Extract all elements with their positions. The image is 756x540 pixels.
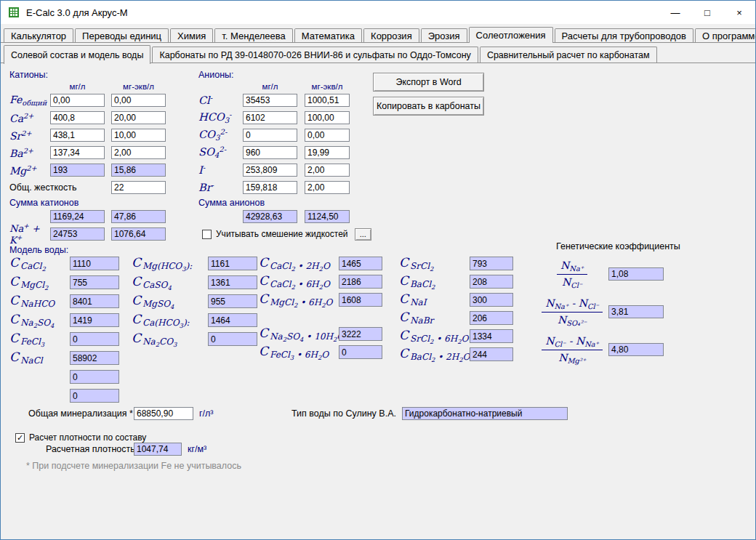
- anion-formula: I-: [198, 164, 243, 176]
- anion-formula: Cl-: [198, 94, 243, 106]
- model-value-input[interactable]: 755: [70, 275, 119, 289]
- model-value-input[interactable]: 793: [470, 257, 513, 270]
- model-value-input[interactable]: 2186: [339, 275, 382, 289]
- anion-mg-input[interactable]: 159,818: [243, 181, 297, 194]
- close-button[interactable]: ×: [723, 1, 755, 24]
- model-value-input[interactable]: 0: [339, 345, 382, 359]
- compound-formula: NaI: [410, 297, 426, 307]
- genetic-value-field[interactable]: 4,80: [608, 343, 664, 356]
- model-value-input[interactable]: 0: [70, 370, 119, 384]
- sub-tab[interactable]: Сравнительный расчет по карбонатам: [480, 47, 657, 63]
- main-tab[interactable]: Расчеты для трубопроводов: [555, 28, 693, 42]
- model-value-input[interactable]: 1161: [208, 257, 257, 270]
- cations-sum-mg-field[interactable]: 1169,24: [50, 210, 105, 223]
- main-tab[interactable]: т. Менделеева: [214, 28, 293, 42]
- genetic-value-field[interactable]: 1,08: [608, 267, 664, 281]
- model-value-input[interactable]: 1464: [208, 313, 257, 327]
- anion-mgeq-input[interactable]: 0,00: [305, 129, 350, 142]
- anion-mg-input[interactable]: 960: [243, 146, 297, 159]
- model-value-input[interactable]: 955: [208, 294, 257, 308]
- model-value-input[interactable]: 58902: [70, 351, 119, 365]
- sub-tab[interactable]: Солевой состав и модель воды: [4, 45, 150, 64]
- genetic-value-field[interactable]: 3,81: [608, 305, 664, 318]
- cation-mgeq-input[interactable]: 20,00: [111, 111, 166, 124]
- model-row: C SrCl2 • 6H2O 1334: [399, 329, 513, 343]
- mix-liquids-browse-button[interactable]: ...: [355, 228, 371, 241]
- cation-mgeq-input[interactable]: 10,00: [111, 129, 166, 142]
- anion-mg-input[interactable]: 0: [243, 129, 297, 142]
- sub-tab[interactable]: Карбонаты по РД 39-0148070-026 ВНИИ-86 и…: [152, 47, 478, 63]
- model-value-input[interactable]: 208: [470, 275, 513, 289]
- main-tab[interactable]: Эрозия: [421, 28, 467, 42]
- compound-formula: NaBr: [410, 315, 433, 326]
- model-value-input[interactable]: 206: [470, 311, 513, 325]
- anion-mg-input[interactable]: 35453: [243, 94, 297, 107]
- cation-mg-input[interactable]: 137,34: [50, 146, 105, 159]
- hardness-input[interactable]: 22: [111, 181, 166, 194]
- copy-to-carbonates-button[interactable]: Копировать в карбонаты: [373, 97, 484, 116]
- anion-mg-input[interactable]: 6102: [243, 111, 297, 124]
- model-compound-label: C CaCl2 • 6H2O: [259, 275, 339, 291]
- sodium-potassium-mgeq-field[interactable]: 1076,64: [111, 227, 166, 241]
- model-value-input[interactable]: 1465: [339, 257, 382, 270]
- main-tab[interactable]: Переводы единиц: [75, 28, 169, 42]
- model-column-1: C CaCl2 1110 C MgCl2 755 C NaHCO 8401: [9, 257, 119, 408]
- cation-mg-input[interactable]: 193: [50, 164, 105, 177]
- model-value-input[interactable]: 1419: [70, 313, 119, 327]
- model-compound-label: C FeCl3 • 6H2O: [259, 345, 339, 361]
- cation-mg-input[interactable]: 438,1: [50, 129, 105, 142]
- model-value-input[interactable]: 1110: [70, 257, 119, 270]
- anion-mg-input[interactable]: 253,809: [243, 164, 297, 177]
- model-value-input[interactable]: 3222: [339, 327, 382, 341]
- concentration-symbol: C: [399, 311, 409, 323]
- concentration-symbol: C: [259, 275, 268, 287]
- anion-mgeq-input[interactable]: 1000,51: [305, 94, 350, 107]
- model-value-input[interactable]: 244: [470, 347, 513, 361]
- cations-sum-mgeq-field[interactable]: 47,86: [111, 210, 166, 223]
- cation-mg-input[interactable]: 0,00: [50, 94, 105, 107]
- model-value-input[interactable]: 1334: [470, 329, 513, 343]
- anions-sum-mgeq-field[interactable]: 1124,50: [305, 210, 350, 223]
- cations-section: Катионы: мг/л мг-экв/л Feобщий 0,00 0,00…: [9, 70, 193, 244]
- main-tab[interactable]: Химия: [170, 28, 213, 42]
- anion-mgeq-input[interactable]: 19,99: [305, 146, 350, 159]
- compound-formula: FeCl3: [20, 337, 44, 348]
- anions-sum-mg-field[interactable]: 42928,63: [243, 210, 297, 223]
- density-checkbox[interactable]: ✓: [15, 433, 25, 443]
- cation-mgeq-input[interactable]: 2,00: [111, 146, 166, 159]
- density-label: Расчетная плотность: [46, 444, 134, 454]
- maximize-button[interactable]: □: [691, 1, 723, 24]
- cation-mgeq-input[interactable]: 15,86: [111, 164, 166, 177]
- main-tab[interactable]: Коррозия: [363, 28, 419, 42]
- main-tab[interactable]: О программе: [695, 28, 756, 42]
- model-value-input[interactable]: 1608: [339, 293, 382, 307]
- app-window: E-Calc 3.0 для Акрус-М — □ × Калькулятор…: [0, 0, 756, 540]
- anion-mgeq-input[interactable]: 100,00: [305, 111, 350, 124]
- sodium-potassium-mg-field[interactable]: 24753: [50, 227, 105, 241]
- main-tab[interactable]: Математика: [294, 28, 362, 42]
- model-value-input[interactable]: 0: [70, 332, 119, 346]
- density-field[interactable]: 1047,74: [134, 443, 182, 456]
- mineralization-unit: г/л³: [199, 408, 214, 419]
- mineralization-field[interactable]: 68850,90: [134, 407, 193, 420]
- cation-mg-input[interactable]: 400,8: [50, 111, 105, 124]
- minimize-button[interactable]: —: [659, 1, 691, 24]
- anion-mgeq-input[interactable]: 2,00: [305, 181, 350, 194]
- model-value-input[interactable]: 300: [470, 293, 513, 307]
- model-value-input[interactable]: 1361: [208, 275, 257, 289]
- compound-formula: BaCl2: [410, 279, 435, 291]
- titlebar: E-Calc 3.0 для Акрус-М — □ ×: [1, 1, 755, 24]
- compound-formula: Na2SO4: [20, 318, 54, 329]
- model-value-input[interactable]: 0: [70, 389, 119, 403]
- cation-mgeq-input[interactable]: 0,00: [111, 94, 166, 107]
- cation-formula: Sr2+: [9, 129, 50, 142]
- export-word-button[interactable]: Экспорт в Word: [373, 73, 484, 92]
- model-value-input[interactable]: 0: [208, 332, 257, 346]
- model-value-input[interactable]: 8401: [70, 294, 119, 308]
- water-type-field[interactable]: Гидрокарбонатно-натриевый: [402, 407, 568, 420]
- fraction-denominator: NCl⁻: [562, 275, 582, 289]
- anion-mgeq-input[interactable]: 2,00: [305, 164, 350, 177]
- main-tab[interactable]: Калькулятор: [4, 28, 73, 42]
- main-tab[interactable]: Солеотложения: [469, 27, 553, 43]
- mix-liquids-checkbox[interactable]: [202, 230, 212, 239]
